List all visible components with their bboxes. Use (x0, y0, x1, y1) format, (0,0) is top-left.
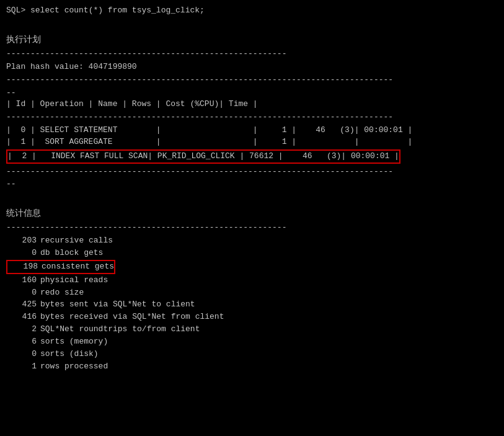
stat-label-6: bytes received via SQL*Net from client (40, 311, 224, 323)
plan-row-2: | 2 | INDEX FAST FULL SCAN| PK_RID_LOG_C… (7, 151, 399, 162)
stat-line-1: 0db block gets (6, 247, 498, 259)
divider-5: -- (6, 179, 498, 190)
section-execution-plan: 执行计划 -----------------------------------… (6, 33, 498, 191)
plan-row-0: | 0 | SELECT STATEMENT | | 1 | 46 (3)| 0… (6, 125, 498, 136)
divider-3: ----------------------------------------… (6, 112, 498, 123)
stat-label-2: consistent gets (42, 261, 114, 273)
divider-4: ----------------------------------------… (6, 166, 498, 178)
stat-line-4: 0redo size (6, 287, 498, 299)
stat-label-5: bytes sent via SQL*Net to client (40, 299, 195, 311)
stat-line-6: 416bytes received via SQL*Net from clien… (6, 311, 498, 323)
divider-2: ----------------------------------------… (6, 74, 498, 86)
stat-line-2: 198consistent gets (6, 260, 115, 275)
stat-line-9: 0sorts (disk) (6, 349, 498, 360)
stat-num-1: 0 (6, 247, 40, 259)
stat-line-0: 203recursive calls (6, 235, 498, 247)
stat-line-5: 425bytes sent via SQL*Net to client (6, 299, 498, 311)
plan-row-1: | 1 | SORT AGGREGATE | | 1 | | | (6, 136, 498, 148)
stat-num-2: 198 (7, 261, 42, 273)
stat-line-7: 2SQL*Net roundtrips to/from client (6, 324, 498, 336)
section-title-statistics: 统计信息 (6, 207, 498, 220)
sql-prompt: SQL> (6, 6, 25, 15)
stat-label-4: redo size (40, 287, 84, 299)
stat-label-9: sorts (disk) (40, 349, 99, 360)
stat-label-0: recursive calls (40, 235, 113, 247)
stat-num-9: 0 (6, 349, 40, 360)
sql-query: select count(*) from tsys_log_click; (25, 6, 205, 15)
stats-list: 203recursive calls0db block gets198consi… (6, 235, 498, 372)
stat-num-0: 203 (6, 235, 40, 247)
stat-num-5: 425 (6, 299, 40, 311)
stat-num-7: 2 (6, 324, 40, 336)
stat-label-8: sorts (memory) (40, 336, 108, 348)
stat-label-10: rows processed (40, 361, 108, 373)
stat-label-1: db block gets (40, 247, 103, 259)
stat-line-8: 6sorts (memory) (6, 336, 498, 348)
stat-num-10: 1 (6, 361, 40, 373)
stat-num-8: 6 (6, 336, 40, 348)
stat-label-7: SQL*Net roundtrips to/from client (40, 324, 200, 336)
plan-hash: Plan hash value: 4047199890 (6, 61, 498, 73)
stat-num-6: 416 (6, 311, 40, 323)
section-statistics: 统计信息 -----------------------------------… (6, 207, 498, 372)
stat-line-10: 1rows processed (6, 361, 498, 373)
plan-row-2-container: | 2 | INDEX FAST FULL SCAN| PK_RID_LOG_C… (6, 149, 400, 164)
stat-num-3: 160 (6, 275, 40, 287)
sql-prompt-line: SQL> select count(*) from tsys_log_click… (6, 5, 498, 17)
stats-divider: ----------------------------------------… (6, 222, 498, 234)
plan-header: | Id | Operation | Name | Rows | Cost (%… (6, 99, 498, 110)
stat-line-3: 160physical reads (6, 275, 498, 287)
section-title-execution: 执行计划 (6, 33, 498, 46)
stat-num-4: 0 (6, 287, 40, 299)
divider-2b: -- (6, 87, 498, 99)
stat-label-3: physical reads (40, 275, 108, 287)
divider-1: ----------------------------------------… (6, 48, 498, 60)
